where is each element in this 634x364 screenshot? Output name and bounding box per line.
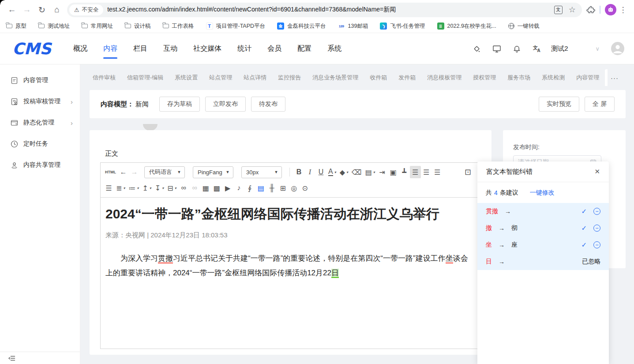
indent-icon[interactable]: ⇥▾ bbox=[377, 166, 388, 178]
home-icon[interactable]: ⌂ bbox=[49, 2, 64, 17]
ignore-icon[interactable]: − bbox=[593, 225, 600, 232]
audio-icon[interactable]: ♪▾ bbox=[233, 182, 244, 194]
sidebar-item-content-sharing[interactable]: 内容共享管理 bbox=[0, 154, 80, 176]
bold-icon[interactable]: B▾ bbox=[293, 166, 304, 178]
live-preview-button[interactable]: 实时预览 bbox=[539, 97, 579, 112]
zoom-search-icon[interactable]: ⊙▾ bbox=[300, 182, 311, 194]
article-source-meta[interactable]: 来源：央视网 | 2024年12月23日 18:03:53 bbox=[105, 231, 475, 240]
bookmark-item[interactable]: 飞书-任务管理 bbox=[380, 23, 425, 30]
bookmark-star-icon[interactable]: ☆ bbox=[569, 5, 576, 15]
html-source-icon[interactable]: HTML▾ bbox=[103, 166, 118, 178]
image-icon[interactable]: ▦▾ bbox=[200, 182, 211, 194]
browser-menu-icon[interactable]: ⋮ bbox=[616, 5, 630, 15]
browser-profile-avatar[interactable] bbox=[605, 4, 616, 15]
redo-icon[interactable]: →▾ bbox=[129, 166, 140, 178]
align-left-icon[interactable]: ☰▾ bbox=[410, 166, 421, 178]
nav-item[interactable]: 社交媒体 bbox=[193, 33, 221, 64]
task-list-icon[interactable]: ⊟▾ bbox=[165, 182, 178, 194]
nav-item[interactable]: 会员 bbox=[267, 33, 281, 64]
sidebar-item-content-management[interactable]: 内容管理 bbox=[0, 70, 80, 91]
bookmark-item[interactable]: 工作表格 bbox=[163, 23, 194, 30]
italic-icon[interactable]: I▾ bbox=[304, 166, 315, 178]
document-content[interactable]: 2024“一带一路”金枢纽网络国际传播活动在浙江义乌举行 来源：央视网 | 20… bbox=[101, 198, 480, 280]
site-preview-icon[interactable] bbox=[492, 45, 501, 53]
workspace-tab[interactable]: 系统检测 ✕ bbox=[536, 69, 570, 86]
unlink-icon[interactable]: ∞▾ bbox=[189, 182, 200, 194]
nav-item[interactable]: 统计 bbox=[237, 33, 251, 64]
extensions-icon[interactable] bbox=[586, 5, 595, 14]
workspace-tab[interactable]: 收件箱 ✕ bbox=[364, 69, 393, 86]
ordered-list-icon[interactable]: ≣▾ bbox=[114, 182, 127, 194]
cms-logo[interactable]: CMS bbox=[12, 40, 51, 58]
underline-icon[interactable]: U▾ bbox=[315, 166, 326, 178]
workspace-tab[interactable]: 消息业务场景管理 ✕ bbox=[307, 69, 364, 86]
url-bar[interactable]: ⚠ 不安全 文 ☆ bbox=[67, 3, 582, 17]
close-icon[interactable]: ✕ bbox=[594, 168, 600, 176]
undo-icon[interactable]: ←▾ bbox=[118, 166, 129, 178]
align-justify-icon[interactable]: ☰▾ bbox=[432, 166, 443, 178]
accept-icon[interactable]: ✓ bbox=[581, 241, 587, 249]
publish-action-button[interactable]: 待发布 bbox=[251, 97, 285, 112]
nav-item[interactable]: 栏目 bbox=[133, 33, 147, 64]
image-add-icon[interactable]: ▩▾ bbox=[211, 182, 222, 194]
notification-bell-icon[interactable] bbox=[513, 45, 521, 53]
reload-icon[interactable]: ↻ bbox=[34, 2, 49, 17]
nav-item[interactable]: 概况 bbox=[73, 33, 87, 64]
url-input[interactable] bbox=[107, 6, 554, 13]
back-icon[interactable]: ← bbox=[4, 2, 19, 17]
rich-text-editor[interactable]: HTML▾←▾→▾ 代码语言 ▼ PingFangS ▼ 30px bbox=[100, 162, 480, 349]
user-avatar[interactable] bbox=[611, 42, 624, 55]
ignore-icon[interactable]: − bbox=[593, 208, 600, 215]
language-switch-icon[interactable]: 文A bbox=[533, 45, 541, 53]
chevron-down-icon[interactable]: ∨ bbox=[595, 45, 600, 52]
sidebar-item-submission-review[interactable]: 投稿审核管理 › bbox=[0, 91, 80, 112]
tabs-more-icon[interactable]: ··· bbox=[607, 69, 623, 86]
fix-all-link[interactable]: 一键修改 bbox=[530, 189, 555, 197]
font-size-select[interactable]: 30px ▼ bbox=[241, 166, 282, 178]
workspace-tab[interactable]: 站点管理 ✕ bbox=[203, 69, 238, 86]
link-icon[interactable]: ∞▾ bbox=[178, 182, 189, 194]
paste-icon[interactable]: ▣▾ bbox=[388, 166, 399, 178]
fullscreen-button[interactable]: 全 屏 bbox=[585, 97, 615, 112]
code-language-select[interactable]: 代码语言 ▼ bbox=[144, 166, 185, 178]
gallery-icon[interactable]: ▤▾ bbox=[255, 182, 266, 194]
nav-item[interactable]: 内容 bbox=[103, 33, 117, 64]
current-site-name[interactable]: 测试2 bbox=[551, 45, 568, 53]
font-family-select[interactable]: PingFangS ▼ bbox=[193, 166, 233, 178]
article-body[interactable]: 为深入学习贯撤习近平总书记关于共建“一带一路”的重要论述，特别是在第四次“一带一… bbox=[105, 251, 475, 280]
bookmark-item[interactable]: 常用网址 bbox=[82, 23, 113, 30]
paragraph-format-icon[interactable]: ☰▾ bbox=[103, 182, 114, 194]
clean-cache-icon[interactable] bbox=[473, 45, 481, 53]
background-color-icon[interactable]: ◆▾ bbox=[338, 166, 350, 178]
forward-icon[interactable]: → bbox=[19, 2, 34, 17]
bookmark-item[interactable]: 测试地址 bbox=[38, 23, 70, 30]
format-painter-icon[interactable]: ┻▾ bbox=[399, 166, 410, 178]
security-chip[interactable]: ⚠ 不安全 bbox=[69, 4, 103, 15]
accept-icon[interactable]: ✓ bbox=[581, 207, 587, 215]
bookmark-item[interactable]: 设计稿 bbox=[125, 23, 151, 30]
media-layout-icon[interactable]: ▤▾ bbox=[364, 166, 377, 178]
line-height-icon[interactable]: ↥▾ bbox=[140, 182, 153, 194]
workspace-tab[interactable]: 监控报告 ✕ bbox=[272, 69, 307, 86]
font-color-icon[interactable]: A▾ bbox=[326, 166, 338, 178]
publish-action-button[interactable]: 立即发布 bbox=[205, 97, 246, 112]
attachment-icon[interactable]: ∮▾ bbox=[244, 182, 255, 194]
accept-icon[interactable]: ✓ bbox=[581, 224, 587, 232]
bookmark-item[interactable]: ≣ 2022.9在校学生花... bbox=[437, 23, 496, 30]
bookmark-item[interactable]: 金 金磊科技云平台 bbox=[277, 23, 326, 30]
nav-item[interactable]: 配置 bbox=[297, 33, 311, 64]
publish-action-button[interactable]: 存为草稿 bbox=[159, 97, 200, 112]
bookmark-item[interactable]: 139 139邮箱 bbox=[338, 23, 368, 30]
workspace-tab[interactable]: 信箱管理-编辑 ✕ bbox=[121, 69, 169, 86]
sidebar-item-static-management[interactable]: 静态化管理 › bbox=[0, 112, 80, 133]
bookmark-item[interactable]: 原型 bbox=[6, 23, 26, 30]
paragraph-spacing-icon[interactable]: ↧▾ bbox=[153, 182, 165, 194]
translate-icon[interactable]: 文 bbox=[554, 6, 563, 14]
workspace-tab[interactable]: 内容管理 ✕ bbox=[570, 69, 605, 86]
ignore-icon[interactable]: − bbox=[593, 241, 600, 248]
video-icon[interactable]: ▶▾ bbox=[222, 182, 233, 194]
workspace-tab[interactable]: 信件审核 ✕ bbox=[87, 69, 121, 86]
nav-item[interactable]: 互动 bbox=[163, 33, 177, 64]
workspace-tab[interactable]: 发件箱 ✕ bbox=[393, 69, 421, 86]
workspace-tab[interactable]: 站点详情 ✕ bbox=[238, 69, 272, 86]
